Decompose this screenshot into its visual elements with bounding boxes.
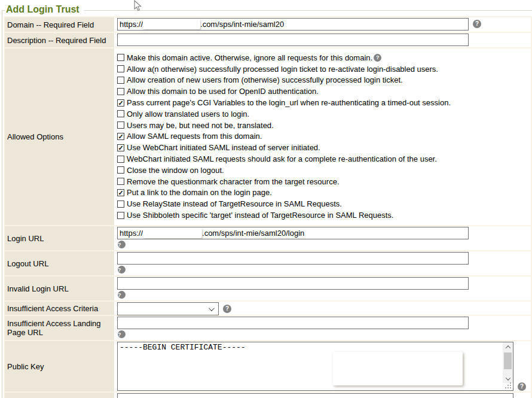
logout-url-help-icon[interactable]: ?	[118, 266, 126, 274]
redaction-box	[143, 227, 202, 238]
checkbox-use-relaystate[interactable]	[117, 200, 124, 208]
form-table: Domain -- Required Field https:// .com/s…	[4, 16, 532, 398]
checkbox-shibboleth-target[interactable]	[117, 212, 124, 219]
scroll-down-button[interactable]	[503, 374, 513, 383]
option-label: Allow SAML requests from this domain.	[127, 132, 262, 141]
checkbox-users-may-be-translated[interactable]	[117, 121, 124, 129]
public-key-textarea[interactable]: -----BEGIN CERTIFICATE-----	[117, 342, 513, 391]
checkbox-ticket-reactivate[interactable]	[117, 65, 124, 72]
login-url-input[interactable]: https:// .com/sps/int-mie/saml20/login	[117, 227, 469, 239]
checkbox-openid[interactable]	[117, 88, 124, 95]
form-row-insufficient-access-criteria: Insufficient Access Criteria ?	[5, 302, 531, 315]
invalid-login-url-label: Invalid Login URL	[5, 277, 114, 300]
option-label: Use WebChart initiated SAML instead of s…	[127, 143, 320, 152]
option-link-on-login-page: ✓ Put a link to the domain on the login …	[117, 187, 531, 199]
option-ticket-reactivate: Allow a(n otherwise) successfully proces…	[117, 63, 531, 75]
option-label: Allow creation of new users from (otherw…	[127, 75, 403, 84]
description-input[interactable]	[117, 34, 469, 46]
description-label: Description -- Required Field	[5, 33, 114, 47]
insufficient-access-landing-help-icon[interactable]: ?	[118, 330, 126, 338]
insufficient-access-criteria-help-icon[interactable]: ?	[223, 305, 231, 313]
option-label: Close the window on logout.	[127, 166, 224, 175]
cutoff-cell	[114, 393, 531, 398]
domain-help-icon[interactable]: ?	[473, 20, 481, 28]
chevron-down-icon	[209, 305, 215, 311]
public-key-cell: -----BEGIN CERTIFICATE----- ?	[114, 341, 531, 391]
redaction-box	[143, 19, 200, 29]
checkbox-pass-cgi-variables[interactable]: ✓	[117, 99, 124, 107]
checkbox-user-creation[interactable]	[117, 77, 124, 84]
checkbox-webchart-initiated-saml[interactable]: ✓	[117, 144, 124, 151]
option-help-icon[interactable]: ?	[374, 54, 381, 62]
allowed-options-list: Make this domain active. Otherwise, igno…	[117, 49, 531, 221]
form-row-cutoff	[5, 393, 531, 398]
option-label: Use Shibboleth specific 'target' instead…	[127, 211, 393, 220]
option-pass-cgi-variables: ✓ Pass current page's CGI Variables to t…	[117, 97, 531, 108]
add-login-trust-page: Add Login Trust Domain -- Required Field…	[0, 0, 532, 398]
form-row-public-key: Public Key -----BEGIN CERTIFICATE-----	[5, 341, 531, 391]
form-row-invalid-login-url: Invalid Login URL ?	[5, 277, 531, 300]
option-use-relaystate: Use RelayState instead of TargetResource…	[117, 198, 531, 209]
logout-url-input[interactable]	[117, 252, 469, 265]
option-label: Make this domain active. Otherwise, igno…	[127, 53, 372, 62]
option-users-may-be-translated: Users may be, but need not be, translate…	[117, 120, 531, 131]
scrollbar-thumb[interactable]	[504, 353, 512, 369]
resize-grip[interactable]	[510, 387, 511, 388]
domain-label: Domain -- Required Field	[5, 17, 114, 32]
option-close-window-logout: Close the window on logout.	[117, 165, 531, 176]
insufficient-access-criteria-select[interactable]	[117, 302, 219, 315]
option-label: Allow this domain to be used for OpenID …	[127, 87, 319, 96]
login-url-suffix: .com/sps/int-mie/saml20/login	[202, 229, 304, 238]
invalid-login-url-input[interactable]	[117, 277, 469, 290]
cutoff-label	[5, 393, 114, 398]
login-url-help-icon[interactable]: ?	[118, 241, 126, 248]
checkbox-allow-saml[interactable]: ✓	[117, 133, 124, 140]
checkbox-link-on-login-page[interactable]: ✓	[117, 189, 124, 196]
option-label: WebChart initiated SAML requests should …	[127, 154, 437, 163]
checkbox-saml-complete-reauth[interactable]	[117, 156, 124, 163]
arrow-up-icon	[505, 345, 510, 350]
logout-url-cell: ?	[114, 251, 531, 275]
cutoff-input[interactable]	[117, 393, 513, 398]
option-allow-saml: ✓ Allow SAML requests from this domain.	[117, 131, 531, 142]
checkbox-close-window-logout[interactable]	[117, 166, 124, 174]
checkbox-remove-questionmark[interactable]	[117, 178, 124, 185]
invalid-login-url-help-icon[interactable]: ?	[118, 291, 126, 299]
domain-input[interactable]: https:// .com/sps/int-mie/saml20	[117, 18, 469, 31]
checkbox-only-translated-users[interactable]	[117, 110, 124, 117]
textarea-scrollbar[interactable]	[503, 342, 513, 383]
form-fieldset: Add Login Trust Domain -- Required Field…	[2, 10, 532, 398]
login-url-label: Login URL	[5, 226, 114, 250]
certificate-text: -----BEGIN CERTIFICATE-----	[118, 342, 513, 353]
public-key-help-icon[interactable]: ?	[518, 382, 526, 391]
mouse-cursor-icon	[134, 0, 142, 11]
option-label: Use RelayState instead of TargetResource…	[127, 199, 342, 208]
option-label: Pass current page's CGI Variables to the…	[127, 98, 451, 107]
form-row-login-url: Login URL https:// .com/sps/int-mie/saml…	[5, 226, 531, 250]
option-label: Users may be, but need not be, translate…	[127, 121, 274, 130]
option-remove-questionmark: Remove the questionmark character from t…	[117, 176, 531, 187]
option-saml-complete-reauth: WebChart initiated SAML requests should …	[117, 153, 531, 165]
form-row-domain: Domain -- Required Field https:// .com/s…	[5, 17, 531, 32]
option-shibboleth-target: Use Shibboleth specific 'target' instead…	[117, 209, 531, 221]
insufficient-access-landing-cell: ?	[114, 316, 531, 340]
checkbox-make-domain-active[interactable]	[117, 54, 124, 61]
option-make-domain-active: Make this domain active. Otherwise, igno…	[117, 52, 531, 63]
insufficient-access-landing-input[interactable]	[117, 317, 469, 329]
domain-input-prefix: https://	[120, 20, 143, 29]
page-title: Add Login Trust	[5, 4, 84, 15]
invalid-login-url-cell: ?	[114, 277, 531, 300]
scroll-up-button[interactable]	[503, 342, 513, 351]
option-label: Only allow translated users to login.	[127, 110, 249, 119]
logout-url-label: Logout URL	[5, 251, 114, 275]
form-row-allowed-options: Allowed Options Make this domain active.…	[5, 48, 531, 225]
option-only-translated-users: Only allow translated users to login.	[117, 108, 531, 120]
insufficient-access-criteria-label: Insufficient Access Criteria	[5, 302, 114, 315]
insufficient-access-criteria-cell: ?	[114, 302, 531, 315]
option-webchart-initiated-saml: ✓ Use WebChart initiated SAML instead of…	[117, 142, 531, 153]
allowed-options-cell: Make this domain active. Otherwise, igno…	[114, 48, 531, 225]
option-label: Put a link to the domain on the login pa…	[127, 188, 272, 197]
login-url-cell: https:// .com/sps/int-mie/saml20/login ?	[114, 226, 531, 250]
option-label: Remove the questionmark character from t…	[127, 177, 340, 186]
description-value-cell	[114, 33, 531, 47]
